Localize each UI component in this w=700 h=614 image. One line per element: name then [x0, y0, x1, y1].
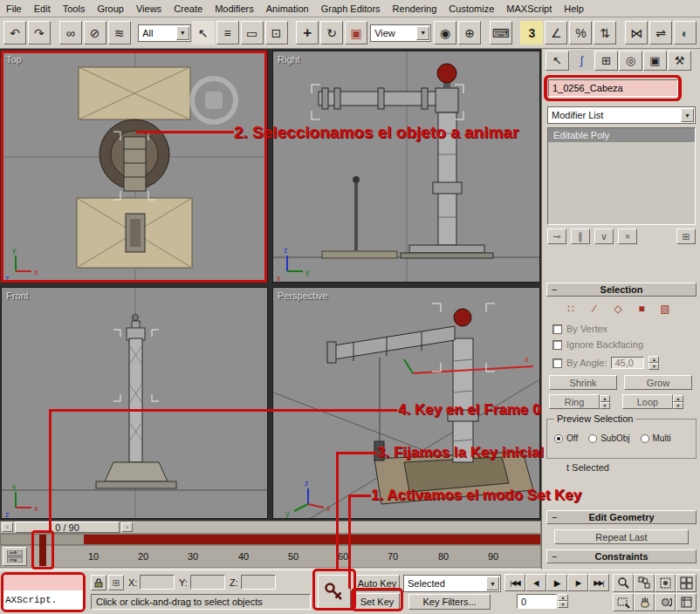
selection-rollout-header[interactable]: Selection [546, 283, 697, 297]
rect-selection-region-button[interactable] [241, 21, 264, 44]
ring-button[interactable]: Ring [549, 394, 600, 409]
by-angle-spinner[interactable]: ▲▼ [649, 356, 659, 370]
chevron-down-icon[interactable] [486, 576, 499, 590]
menu-modifiers[interactable]: Modifiers [209, 2, 260, 16]
previous-frame-button[interactable]: ◀| [525, 574, 546, 591]
by-angle-checkbox[interactable] [552, 358, 562, 368]
constraints-header[interactable]: Constraints [546, 549, 697, 563]
time-slider-handle[interactable]: 0 / 90 [15, 522, 120, 533]
select-object-button[interactable] [192, 21, 215, 44]
repeat-last-button[interactable]: Repeat Last [554, 529, 689, 544]
menu-group[interactable]: Group [91, 2, 130, 16]
modifier-list-combo[interactable]: Modifier List [547, 106, 696, 124]
select-and-rotate-button[interactable] [320, 21, 343, 44]
menu-graph-editors[interactable]: Graph Editors [315, 2, 387, 16]
menu-file[interactable]: File [0, 2, 28, 16]
select-by-name-button[interactable] [216, 21, 239, 44]
edit-geometry-rollout-header[interactable]: Edit Geometry [546, 510, 697, 524]
shrink-button[interactable]: Shrink [549, 375, 617, 390]
stack-item-editable-poly[interactable]: Editable Poly [548, 128, 695, 142]
menu-customize[interactable]: Customize [443, 2, 500, 16]
remove-modifier-button[interactable]: × [618, 229, 637, 244]
mini-curve-editor-button[interactable] [3, 547, 27, 566]
chevron-down-icon[interactable] [416, 26, 429, 40]
element-mode-button[interactable]: ▧ [657, 302, 673, 316]
tab-modify[interactable]: ∫ [570, 51, 594, 71]
key-filters-button[interactable]: Key Filters... [408, 594, 491, 610]
tab-create[interactable]: ↖ [546, 51, 569, 71]
zoom-all-button[interactable] [634, 574, 655, 592]
show-end-result-button[interactable]: ∥ [571, 229, 590, 244]
viewport-label-right[interactable]: Right [278, 54, 300, 65]
next-frame-button[interactable]: |▶ [567, 574, 588, 591]
selection-filter-combo[interactable]: All [138, 24, 190, 42]
maxscript-listener-pink-row[interactable] [3, 575, 83, 590]
preview-multi-radio[interactable] [641, 434, 649, 443]
track-bar[interactable] [0, 534, 541, 545]
maximize-viewport-toggle[interactable] [676, 593, 697, 611]
material-editor-button[interactable] [674, 21, 697, 44]
by-angle-field[interactable]: 45,0 [611, 357, 644, 369]
viewport-label-front[interactable]: Front [6, 290, 29, 301]
by-vertex-checkbox[interactable] [552, 324, 562, 334]
loop-spinner[interactable]: ▲▼ [673, 395, 683, 409]
selection-lock-toggle[interactable] [91, 575, 106, 590]
tab-motion[interactable]: ◎ [619, 51, 642, 71]
mirror-button[interactable] [625, 21, 648, 44]
undo-button[interactable] [3, 21, 26, 44]
percent-snap-toggle[interactable] [569, 21, 592, 44]
preview-off-radio[interactable] [554, 434, 563, 443]
y-coordinate-field[interactable] [190, 575, 225, 590]
frame-ruler[interactable]: 10 20 30 40 50 60 70 80 90 [0, 545, 541, 568]
unlink-selection-button[interactable] [84, 21, 106, 44]
pan-button[interactable] [634, 593, 655, 611]
preview-subobj-radio[interactable] [588, 434, 597, 443]
menu-animation[interactable]: Animation [260, 2, 315, 16]
grow-button[interactable]: Grow [624, 375, 692, 390]
current-frame-field[interactable]: 0 [517, 594, 557, 609]
make-unique-button[interactable]: ∨ [594, 229, 614, 244]
menu-edit[interactable]: Edit [28, 2, 57, 16]
maxscript-listener[interactable]: AXScript. [1, 572, 86, 612]
menu-maxscript[interactable]: MAXScript [500, 2, 558, 16]
go-to-end-button[interactable]: ▶▶| [588, 574, 609, 591]
key-mode-combo[interactable]: Selected [403, 575, 501, 592]
viewport-label-perspective[interactable]: Perspective [278, 290, 327, 301]
zoom-extents-button[interactable] [655, 574, 676, 592]
loop-button[interactable]: Loop [622, 394, 673, 409]
play-button[interactable]: ▶ [546, 574, 567, 591]
menu-help[interactable]: Help [558, 2, 590, 16]
align-button[interactable] [649, 21, 672, 44]
keyboard-override-toggle[interactable] [490, 21, 512, 44]
bind-to-spacewarp-button[interactable] [108, 21, 131, 44]
current-frame-spinner[interactable]: ▲▼ [558, 594, 568, 608]
viewport-front[interactable]: y x z Front [1, 287, 268, 519]
edge-mode-button[interactable]: ∕ [587, 302, 602, 316]
chevron-down-icon[interactable] [681, 108, 694, 122]
time-slider-left-arrow[interactable]: ‹ [2, 522, 13, 532]
vertex-mode-button[interactable]: ∷ [563, 302, 579, 316]
snap-3d-toggle[interactable] [520, 21, 543, 44]
menu-tools[interactable]: Tools [57, 2, 92, 16]
tab-utilities[interactable]: ⚒ [668, 51, 691, 71]
ignore-backfacing-checkbox[interactable] [552, 340, 562, 350]
zoom-extents-all-button[interactable] [676, 574, 697, 592]
select-and-move-button[interactable] [296, 21, 319, 44]
time-slider[interactable]: ‹ 0 / 90 › [0, 521, 541, 534]
viewport-right[interactable]: z y x Right [272, 51, 540, 283]
zoom-region-button[interactable] [613, 593, 634, 611]
go-to-start-button[interactable]: |◀◀ [504, 574, 525, 591]
time-slider-right-arrow[interactable]: › [121, 522, 133, 532]
absolute-offset-toggle[interactable]: ⊞ [108, 575, 124, 590]
use-pivot-center-button[interactable] [434, 21, 456, 44]
select-and-manipulate-button[interactable] [458, 21, 481, 44]
select-and-link-button[interactable] [59, 21, 82, 44]
chevron-down-icon[interactable] [176, 26, 189, 40]
redo-button[interactable] [28, 21, 51, 44]
ring-spinner[interactable]: ▲▼ [600, 395, 610, 409]
angle-snap-toggle[interactable] [545, 21, 567, 44]
zoom-button[interactable] [613, 574, 634, 592]
menu-views[interactable]: Views [130, 2, 168, 16]
spinner-snap-toggle[interactable] [594, 21, 616, 44]
z-coordinate-field[interactable] [241, 575, 276, 590]
